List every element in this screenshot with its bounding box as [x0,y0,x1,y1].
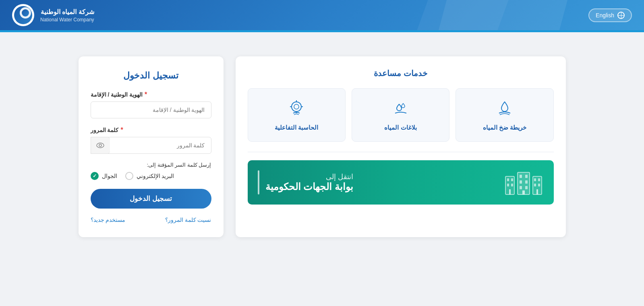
helper-services-panel: خدمات مساعدة خريطة ضخ المياه [236,56,566,237]
calculator-card[interactable]: الحاسبة التفاعلية [248,88,346,142]
svg-rect-9 [507,184,509,186]
gov-banner-separator [258,170,259,194]
svg-rect-22 [538,178,540,181]
service-cards-container: خريطة ضخ المياه بلاغات المياه [248,88,554,142]
calculator-icon [287,99,306,118]
gov-banner-line1: انتقل إلى [265,172,353,181]
svg-rect-18 [525,186,528,189]
otp-label: إرسل كلمة السر المؤقتة إلى: [91,162,211,168]
header-right: شركة المياه الوطنية National Water Compa… [12,4,94,26]
svg-point-0 [292,102,301,112]
login-title: تسجيل الدخول [91,70,211,81]
gov-portal-banner[interactable]: انتقل إلى بوابة الجهات الحكومية [248,160,554,205]
svg-rect-13 [520,175,522,178]
company-logo [12,4,34,26]
svg-rect-17 [520,186,522,189]
otp-section: إرسل كلمة السر المؤقتة إلى: البريد الإلك… [91,162,211,180]
otp-email-radio[interactable] [125,172,133,180]
svg-point-27 [99,144,101,147]
password-wrapper [91,137,211,154]
water-reports-card[interactable]: بلاغات المياه [352,88,449,142]
svg-rect-24 [538,184,540,186]
otp-mobile-label: الجوال [102,173,117,179]
svg-rect-14 [525,175,528,178]
helper-services-title: خدمات مساعدة [248,68,554,78]
gov-banner-line2: بوابة الجهات الحكومية [265,181,353,192]
otp-email-option[interactable]: البريد الإلكتروني [125,172,174,180]
id-input[interactable] [91,101,211,118]
logo-inner [14,6,32,24]
gov-buildings-icon [503,168,544,196]
login-button[interactable]: تسجيل الدخول [91,189,211,209]
login-panel: تسجيل الدخول * الهوية الوطنية / الإقامة … [79,56,224,237]
id-field-label: * الهوية الوطنية / الإقامة [91,91,211,98]
password-label-text: كلمة المرور [91,127,119,133]
svg-rect-8 [511,178,513,181]
company-name-arabic: شركة المياه الوطنية [40,8,94,17]
svg-rect-7 [507,178,509,181]
svg-point-26 [97,143,104,148]
water-reports-label: بلاغات المياه [384,124,416,131]
svg-rect-21 [534,178,536,181]
language-label: English [596,12,614,19]
otp-options: البريد الإلكتروني الجوال [91,172,211,180]
company-info: شركة المياه الوطنية National Water Compa… [40,8,94,22]
water-map-label: خريطة ضخ المياه [483,124,526,131]
company-name-english: National Water Company [40,17,94,23]
main-header: English شركة المياه الوطنية National Wat… [0,0,644,30]
water-map-card[interactable]: خريطة ضخ المياه [456,88,553,142]
header-left: English [588,8,632,22]
globe-icon [617,12,625,19]
otp-email-label: البريد الإلكتروني [137,173,174,179]
toggle-password-button[interactable] [91,137,110,154]
water-reports-icon [391,99,410,118]
eye-icon [96,141,104,149]
otp-mobile-radio[interactable] [91,172,99,180]
forgot-password-link[interactable]: نسيت كلمة المرور؟ [165,217,211,223]
password-required-star: * [120,126,123,134]
svg-rect-16 [525,180,528,184]
svg-rect-15 [520,180,522,184]
new-user-link[interactable]: مستخدم جديد؟ [91,217,126,223]
svg-rect-11 [509,189,511,194]
water-map-icon [495,99,514,118]
svg-rect-23 [534,184,536,186]
svg-rect-10 [511,184,513,186]
otp-mobile-option[interactable]: الجوال [91,172,117,180]
language-button[interactable]: English [588,8,632,22]
svg-rect-19 [522,190,525,194]
panel-divider [248,152,554,152]
svg-point-1 [294,104,299,109]
main-content: خدمات مساعدة خريطة ضخ المياه [0,32,644,261]
login-links: نسيت كلمة المرور؟ مستخدم جديد؟ [91,217,211,223]
calculator-label: الحاسبة التفاعلية [275,124,318,131]
id-label-text: الهوية الوطنية / الإقامة [91,91,143,98]
svg-rect-25 [536,189,538,194]
gov-banner-text: انتقل إلى بوابة الجهات الحكومية [265,172,353,192]
id-required-star: * [145,91,147,98]
password-field-label: * كلمة المرور [91,126,211,134]
